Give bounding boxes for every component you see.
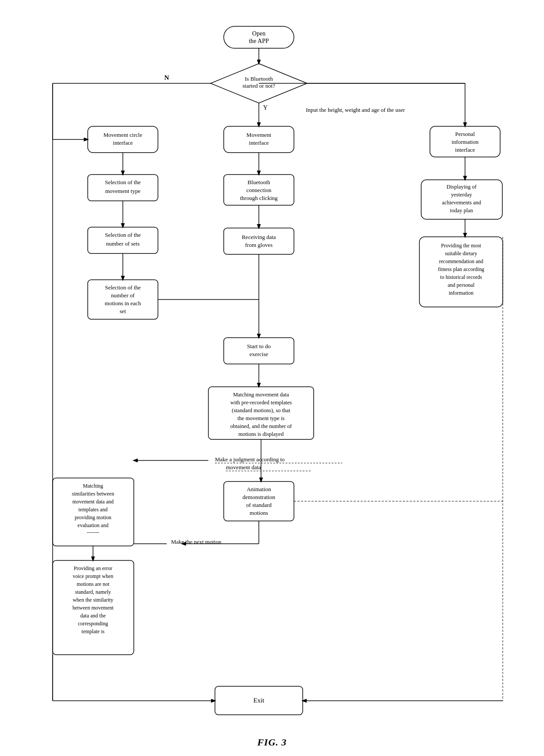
make-judgment-node: Make a judgment according to movement da… bbox=[215, 456, 342, 471]
svg-text:Exit: Exit bbox=[254, 697, 265, 704]
svg-text:yesterday: yesterday bbox=[451, 192, 472, 198]
svg-text:from gloves: from gloves bbox=[245, 242, 272, 248]
svg-text:evaluation and: evaluation and bbox=[78, 522, 108, 528]
svg-text:movement data: movement data bbox=[226, 464, 261, 471]
svg-text:Movement circle: Movement circle bbox=[104, 132, 143, 138]
svg-text:through clicking: through clicking bbox=[240, 195, 278, 201]
svg-text:when the similarity: when the similarity bbox=[73, 597, 114, 603]
animation-demo-node: Animation demonstration of standard moti… bbox=[224, 481, 294, 521]
svg-rect-0 bbox=[224, 26, 294, 48]
svg-text:to historical records: to historical records bbox=[440, 274, 482, 280]
svg-text:similarities between: similarities between bbox=[72, 491, 114, 497]
svg-text:exercise: exercise bbox=[250, 351, 268, 357]
movement-circle-node: Movement circle interface bbox=[88, 126, 158, 153]
svg-text:Providing an error: Providing an error bbox=[74, 565, 112, 571]
svg-text:movement type: movement type bbox=[105, 188, 141, 194]
svg-text:Bluetooth: Bluetooth bbox=[247, 179, 270, 185]
svg-text:between movement: between movement bbox=[72, 605, 114, 611]
providing-recommendation-node: Providing the most suitable dietary reco… bbox=[419, 237, 503, 307]
svg-text:Matching movement data: Matching movement data bbox=[233, 392, 289, 398]
svg-text:movement data and: movement data and bbox=[72, 499, 114, 505]
svg-text:Input the height, weight and a: Input the height, weight and age of the … bbox=[306, 107, 405, 113]
svg-text:today plan: today plan bbox=[450, 207, 473, 214]
svg-text:Make a judgment according to: Make a judgment according to bbox=[215, 456, 285, 463]
svg-text:Start to do: Start to do bbox=[247, 343, 271, 349]
matching-movement-node: Matching movement data with pre-recorded… bbox=[208, 387, 314, 439]
svg-text:corresponding: corresponding bbox=[78, 620, 108, 627]
svg-text:interface: interface bbox=[455, 146, 475, 153]
svg-line-118 bbox=[134, 512, 171, 544]
svg-text:achievements and: achievements and bbox=[442, 200, 481, 206]
svg-text:connection: connection bbox=[246, 187, 272, 193]
svg-text:template is: template is bbox=[82, 628, 105, 635]
svg-text:providing motion: providing motion bbox=[75, 514, 111, 521]
flowchart-svg: Open the APP Is Bluetooth started or not… bbox=[26, 13, 518, 732]
svg-text:motions is displayed: motions is displayed bbox=[239, 431, 284, 437]
svg-text:Animation: Animation bbox=[247, 486, 271, 492]
svg-rect-120 bbox=[43, 81, 53, 660]
matching-similarities-node: Matching similarities between movement d… bbox=[53, 478, 134, 546]
svg-text:Personal: Personal bbox=[455, 131, 475, 137]
svg-text:set: set bbox=[120, 308, 126, 314]
svg-text:fitness plan according: fitness plan according bbox=[438, 266, 484, 272]
svg-text:with pre-recorded templates: with pre-recorded templates bbox=[230, 399, 292, 406]
svg-text:Movement: Movement bbox=[247, 132, 272, 138]
svg-text:Displaying of: Displaying of bbox=[447, 184, 477, 190]
selection-movement-type-node: Selection of the movement type bbox=[88, 175, 158, 201]
input-user-node: Input the height, weight and age of the … bbox=[306, 107, 405, 113]
open-app-node: Open the APP bbox=[224, 26, 294, 48]
svg-text:information: information bbox=[449, 290, 474, 296]
svg-text:Matching: Matching bbox=[83, 483, 103, 489]
svg-text:the movement type is: the movement type is bbox=[237, 415, 284, 421]
svg-text:the APP: the APP bbox=[249, 38, 269, 44]
y-label: Y bbox=[263, 104, 268, 111]
svg-text:(standard motions), so that: (standard motions), so that bbox=[232, 407, 290, 414]
svg-text:interface: interface bbox=[113, 139, 133, 146]
bluetooth-connection-node: Bluetooth connection through clicking bbox=[224, 175, 294, 205]
svg-text:suitable dietary: suitable dietary bbox=[445, 250, 477, 257]
exit-node: Exit bbox=[215, 686, 303, 715]
svg-rect-32 bbox=[224, 228, 294, 254]
svg-text:information: information bbox=[451, 139, 479, 145]
svg-text:number of sets: number of sets bbox=[106, 240, 140, 247]
fig-label: FIG. 3 bbox=[257, 737, 286, 748]
svg-text:Providing the most: Providing the most bbox=[441, 242, 481, 249]
providing-error-node: Providing an error voice prompt when mot… bbox=[53, 560, 134, 655]
svg-text:motions: motions bbox=[250, 510, 268, 516]
svg-text:-------: ------- bbox=[87, 529, 99, 535]
flowchart-area: Open the APP Is Bluetooth started or not… bbox=[26, 13, 518, 732]
svg-text:templates and: templates and bbox=[79, 506, 107, 513]
svg-text:number of: number of bbox=[111, 292, 135, 299]
movement-interface-node: Movement interface bbox=[224, 126, 294, 153]
svg-text:data and the: data and the bbox=[80, 613, 106, 619]
svg-text:of standard: of standard bbox=[246, 502, 272, 508]
svg-text:obtained, and the number of: obtained, and the number of bbox=[230, 423, 292, 429]
n-label: N bbox=[165, 74, 169, 81]
svg-text:interface: interface bbox=[249, 139, 269, 146]
svg-text:standard, namely: standard, namely bbox=[75, 589, 111, 595]
start-exercise-node: Start to do exercise bbox=[224, 338, 294, 364]
svg-text:Receiving data: Receiving data bbox=[242, 234, 276, 240]
svg-text:motions in each: motions in each bbox=[105, 300, 141, 307]
personal-info-node: Personal information interface bbox=[430, 126, 500, 157]
svg-text:and personal: and personal bbox=[448, 282, 475, 288]
svg-text:Is Bluetooth: Is Bluetooth bbox=[245, 75, 273, 82]
svg-text:Selection of the: Selection of the bbox=[105, 179, 141, 185]
displaying-yesterday-node: Displaying of yesterday achievements and… bbox=[421, 180, 502, 219]
selection-number-sets-node: Selection of the number of sets bbox=[88, 227, 158, 253]
selection-motions-each-set-node: Selection of the number of motions in ea… bbox=[88, 280, 158, 319]
svg-text:demonstration: demonstration bbox=[243, 494, 276, 500]
svg-text:voice prompt when: voice prompt when bbox=[73, 573, 114, 579]
svg-text:Selection of the: Selection of the bbox=[105, 232, 141, 238]
svg-text:Open: Open bbox=[252, 30, 265, 37]
page: Open the APP Is Bluetooth started or not… bbox=[0, 0, 544, 756]
receiving-data-node: Receiving data from gloves bbox=[224, 228, 294, 254]
svg-text:recommendation and: recommendation and bbox=[439, 258, 483, 264]
svg-text:Selection of the: Selection of the bbox=[105, 284, 141, 291]
svg-text:motions are not: motions are not bbox=[77, 581, 110, 587]
